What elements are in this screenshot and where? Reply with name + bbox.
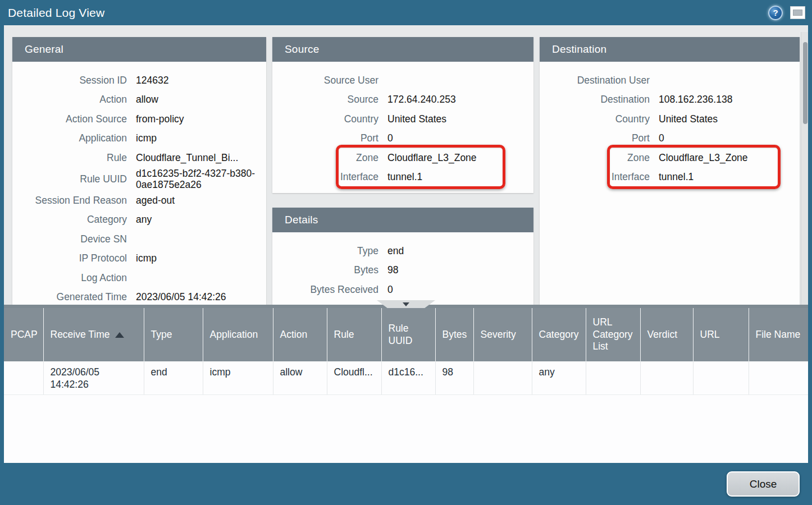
field-label: Category (12, 214, 136, 226)
field-label: Destination User (540, 75, 659, 86)
field-label: Port (540, 132, 659, 144)
field-label: Country (272, 113, 387, 125)
cell-receive-time: 2023/06/05 14:42:26 (43, 361, 144, 394)
field-value: allow (136, 94, 266, 105)
field-label: Application (12, 132, 136, 144)
splitter-collapse-handle[interactable] (377, 300, 435, 308)
field-value: end (387, 245, 533, 257)
column-header-url-category-list[interactable]: URL Category List (586, 308, 640, 361)
column-header-pcap[interactable]: PCAP (4, 308, 43, 361)
field-row: Destination108.162.236.138 (540, 90, 800, 110)
field-value: United States (387, 113, 533, 125)
window-pane-glyph (793, 10, 802, 16)
dialog-footer: Close (0, 463, 812, 505)
cell-rule-uuid: d1c16... (381, 361, 435, 394)
field-row: Typeend (272, 241, 533, 261)
source-panel: Source Source User Source172.64.240.253 … (272, 37, 533, 193)
detailed-log-view-dialog: Detailed Log View ? General Session ID12… (0, 0, 812, 505)
field-row: Rule UUIDd1c16235-b2f2-4327-b380-0ae1875… (12, 168, 266, 191)
column-header-action[interactable]: Action (273, 308, 327, 361)
field-row: IP Protocolicmp (12, 249, 266, 268)
field-label: Destination (540, 94, 659, 105)
details-panel: Details Typeend Bytes98 Bytes Received0 (272, 208, 533, 305)
field-row: CountryUnited States (540, 109, 800, 129)
destination-panel-body: Destination User Destination108.162.236.… (540, 62, 800, 187)
field-value: United States (659, 113, 800, 125)
field-label: Rule UUID (12, 173, 136, 185)
destination-panel: Destination Destination User Destination… (540, 37, 800, 305)
field-value: 2023/06/05 14:42:26 (136, 291, 266, 303)
general-panel: General Session ID124632 Actionallow Act… (12, 37, 266, 305)
column-header-receive-time[interactable]: Receive Time (43, 308, 144, 361)
cell-severity (473, 361, 532, 394)
sort-ascending-icon (115, 332, 124, 338)
cell-url (693, 361, 749, 394)
field-label: Session ID (12, 75, 136, 86)
column-header-category[interactable]: Category (532, 308, 586, 361)
field-value: Cloudflare_Tunnel_Bi... (136, 152, 266, 164)
field-row: Port0 (540, 129, 800, 149)
field-row: Actionallow (12, 90, 266, 110)
general-panel-header: General (12, 37, 266, 62)
close-button[interactable]: Close (727, 471, 800, 497)
panel-table-splitter[interactable] (4, 305, 808, 308)
field-label: Device SN (12, 233, 136, 245)
collapse-down-icon (403, 302, 409, 306)
help-icon[interactable]: ? (768, 6, 783, 20)
destination-panel-header: Destination (540, 37, 800, 62)
field-row: Bytes98 (272, 261, 533, 281)
field-row: Applicationicmp (12, 129, 266, 149)
cell-file-name (749, 361, 808, 394)
cell-action: allow (273, 361, 327, 394)
field-value: 0 (387, 132, 533, 144)
field-value: tunnel.1 (387, 171, 533, 183)
details-panel-header: Details (272, 208, 533, 232)
field-value: 108.162.236.138 (659, 94, 800, 105)
field-label: Bytes Received (272, 284, 387, 296)
field-value: from-policy (136, 113, 266, 125)
cell-pcap (4, 361, 43, 394)
column-header-rule[interactable]: Rule (327, 308, 381, 361)
column-header-url[interactable]: URL (693, 308, 749, 361)
source-panel-body: Source User Source172.64.240.253 Country… (272, 62, 533, 187)
field-label: Type (272, 245, 387, 257)
field-row: Session ID124632 (12, 71, 266, 90)
field-label: Rule (12, 152, 136, 164)
column-header-application[interactable]: Application (203, 308, 273, 361)
field-row: Session End Reasonaged-out (12, 191, 266, 210)
cell-rule: Cloudfl... (327, 361, 381, 394)
field-label: Bytes (272, 264, 387, 276)
field-label: IP Protocol (12, 252, 136, 264)
field-row: Device SN (12, 229, 266, 249)
vertical-scrollbar[interactable] (801, 32, 808, 305)
field-row: Log Action (12, 268, 266, 288)
field-row: Source User (272, 71, 533, 90)
general-panel-body: Session ID124632 Actionallow Action Sour… (12, 62, 266, 305)
column-header-rule-uuid[interactable]: Rule UUID (381, 308, 435, 361)
field-row: Interfacetunnel.1 (272, 168, 533, 187)
cell-bytes: 98 (435, 361, 473, 394)
window-restore-icon[interactable] (790, 6, 805, 19)
field-row: Generated Time2023/06/05 14:42:26 (12, 287, 266, 305)
column-header-file-name[interactable]: File Name (749, 308, 808, 361)
field-value: icmp (136, 132, 266, 144)
scrollbar-thumb[interactable] (803, 42, 808, 124)
middle-column: Source Source User Source172.64.240.253 … (272, 37, 533, 305)
field-label: Zone (272, 152, 387, 164)
field-value: 124632 (136, 75, 266, 86)
field-label: Country (540, 113, 659, 125)
cell-verdict (640, 361, 693, 394)
field-row: Categoryany (12, 210, 266, 229)
log-table-row[interactable]: 2023/06/05 14:42:26 end icmp allow Cloud… (4, 361, 808, 394)
column-header-verdict[interactable]: Verdict (640, 308, 693, 361)
column-header-severity[interactable]: Severity (473, 308, 532, 361)
field-row: Interfacetunnel.1 (540, 168, 800, 187)
cell-application: icmp (203, 361, 273, 394)
column-header-bytes[interactable]: Bytes (435, 308, 473, 361)
field-label: Interface (540, 171, 659, 183)
field-row: ZoneCloudflare_L3_Zone (272, 148, 533, 168)
details-panel-body: Typeend Bytes98 Bytes Received0 (272, 232, 533, 300)
column-header-type[interactable]: Type (144, 308, 203, 361)
field-value: any (136, 214, 266, 226)
cell-type: end (144, 361, 203, 394)
